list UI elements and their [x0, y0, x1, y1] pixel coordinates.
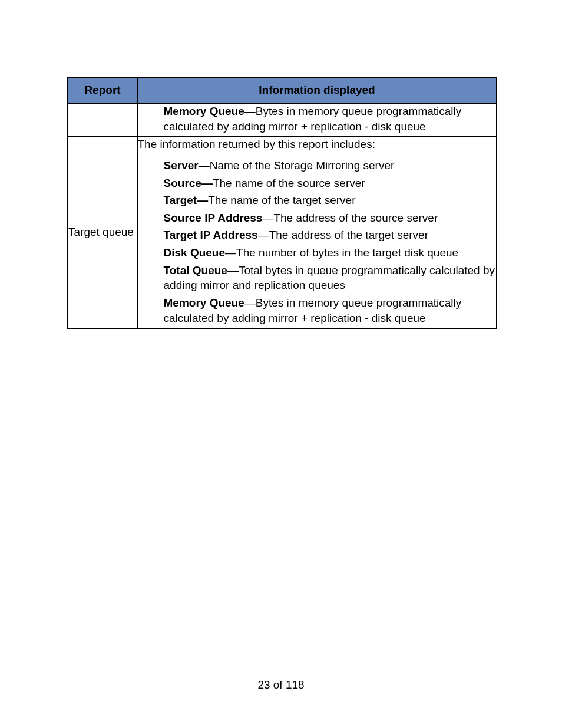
- definition-list: Server—Name of the Storage Mirroring ser…: [164, 158, 497, 325]
- term: Source—: [164, 177, 213, 189]
- table-header-row: Report Information displayed: [68, 77, 497, 103]
- list-item: Total Queue—Total bytes in queue program…: [164, 263, 497, 293]
- list-item: Source IP Address—The address of the sou…: [164, 210, 497, 226]
- row-label: [68, 103, 137, 137]
- table-row: Target queue The information returned by…: [68, 137, 497, 329]
- term: Target—: [164, 194, 209, 206]
- list-item: Memory Queue—Bytes in memory queue progr…: [164, 104, 497, 134]
- list-item: Disk Queue—The number of bytes in the ta…: [164, 245, 497, 261]
- list-item: Server—Name of the Storage Mirroring ser…: [164, 158, 497, 173]
- term-desc: Name of the Storage Mirroring server: [210, 159, 395, 172]
- definition-list: Memory Queue—Bytes in memory queue progr…: [164, 104, 497, 134]
- term: Target IP Address: [164, 229, 258, 241]
- info-cell: The information returned by this report …: [137, 137, 497, 329]
- page-footer: 23 of 118: [0, 678, 562, 691]
- term-desc: —The address of the target server: [258, 229, 428, 241]
- report-table: Report Information displayed Memory Queu…: [67, 77, 497, 329]
- col-header-report: Report: [68, 77, 137, 103]
- table-row: Memory Queue—Bytes in memory queue progr…: [68, 103, 497, 137]
- intro-text: The information returned by this report …: [138, 137, 497, 152]
- term-desc: The name of the target server: [208, 194, 355, 206]
- row-label: Target queue: [68, 137, 137, 329]
- page-content: Report Information displayed Memory Queu…: [0, 0, 562, 329]
- term: Total Queue: [164, 264, 227, 276]
- list-item: Memory Queue—Bytes in memory queue progr…: [164, 295, 497, 325]
- term-desc: The name of the source server: [213, 177, 365, 189]
- term: Memory Queue: [164, 297, 244, 309]
- term-desc: —The number of bytes in the target disk …: [225, 246, 458, 259]
- term: Server—: [164, 159, 210, 172]
- col-header-info: Information displayed: [137, 77, 497, 103]
- info-cell: Memory Queue—Bytes in memory queue progr…: [137, 103, 497, 137]
- list-item: Source—The name of the source server: [164, 176, 497, 191]
- term: Memory Queue: [164, 105, 244, 117]
- list-item: Target IP Address—The address of the tar…: [164, 228, 497, 243]
- term: Disk Queue: [164, 246, 226, 259]
- term: Source IP Address: [164, 212, 263, 224]
- list-item: Target—The name of the target server: [164, 193, 497, 208]
- term-desc: —The address of the source server: [262, 212, 438, 224]
